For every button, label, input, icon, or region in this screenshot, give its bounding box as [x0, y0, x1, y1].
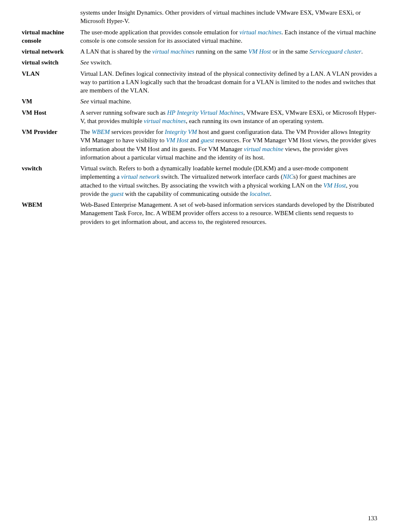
glossary-text: See [80, 59, 89, 66]
glossary-text: or in the same [271, 48, 309, 55]
glossary-text: See [80, 98, 89, 105]
glossary-text: virtual machine. [89, 98, 131, 105]
glossary-entry: systems under Insight Dynamics. Other pr… [22, 8, 377, 26]
glossary-text: A server running software such as [80, 109, 167, 116]
glossary-entry: virtual networkA LAN that is shared by t… [22, 47, 377, 56]
glossary-entry: WBEMWeb-Based Enterprise Management. A s… [22, 200, 377, 226]
glossary-term: vswitch [22, 164, 80, 172]
glossary-definition: The WBEM services provider for Integrity… [80, 128, 377, 162]
glossary-link[interactable]: Serviceguard cluster [309, 48, 361, 55]
glossary-text: switch. The virtualized network interfac… [160, 173, 283, 180]
glossary-text: and [189, 137, 201, 144]
glossary-definition: Virtual LAN. Defines logical connectivit… [80, 69, 377, 95]
glossary-link[interactable]: guest [201, 137, 214, 144]
glossary-entry: virtual switchSee vswitch. [22, 58, 377, 67]
glossary-definition: systems under Insight Dynamics. Other pr… [80, 8, 377, 26]
glossary-entry: VM HostA server running software such as… [22, 108, 377, 126]
glossary-link[interactable]: virtual network [121, 173, 159, 180]
glossary-link[interactable]: virtual machine [244, 146, 284, 152]
glossary-text: running on the same [194, 48, 248, 55]
glossary-link[interactable]: VM Host [248, 48, 271, 55]
glossary-entry: virtual machine consoleThe user-mode app… [22, 28, 377, 45]
glossary-content: systems under Insight Dynamics. Other pr… [0, 0, 399, 226]
glossary-link[interactable]: VM Host [323, 182, 346, 189]
glossary-term: VM Provider [22, 128, 80, 136]
glossary-link[interactable]: guest [110, 190, 124, 197]
glossary-text: vswitch. [89, 59, 112, 66]
glossary-term: virtual network [22, 47, 80, 56]
glossary-term: VM [22, 97, 80, 105]
glossary-link[interactable]: VM Host [166, 137, 189, 144]
glossary-entry: vswitchVirtual switch. Refers to both a … [22, 164, 377, 198]
glossary-text: services provider for [110, 129, 165, 135]
glossary-text: A LAN that is shared by the [80, 48, 152, 55]
glossary-definition: A server running software such as HP Int… [80, 108, 377, 126]
glossary-term: WBEM [22, 200, 80, 209]
glossary-definition: See vswitch. [80, 58, 377, 67]
glossary-link[interactable]: virtual machines [144, 118, 186, 124]
glossary-text: The user-mode application that provides … [80, 29, 239, 36]
glossary-text: systems under Insight Dynamics. Other pr… [80, 9, 361, 24]
glossary-link[interactable]: NIC [283, 173, 293, 180]
glossary-link[interactable]: WBEM [92, 129, 110, 135]
glossary-definition: Virtual switch. Refers to both a dynamic… [80, 164, 377, 198]
glossary-term: virtual machine console [22, 28, 80, 45]
glossary-entry: VM ProviderThe WBEM services provider fo… [22, 128, 377, 162]
glossary-link[interactable]: localnet [250, 190, 270, 197]
glossary-text: The [80, 129, 92, 135]
glossary-link[interactable]: virtual machines [152, 48, 194, 55]
glossary-text: , each running its own instance of an op… [186, 118, 324, 124]
page-number: 133 [368, 515, 378, 522]
glossary-term: VLAN [22, 69, 80, 78]
glossary-definition: A LAN that is shared by the virtual mach… [80, 47, 377, 56]
glossary-entry: VLANVirtual LAN. Defines logical connect… [22, 69, 377, 95]
glossary-entry: VMSee virtual machine. [22, 97, 377, 105]
glossary-term: VM Host [22, 108, 80, 117]
glossary-text: Virtual LAN. Defines logical connectivit… [80, 70, 377, 94]
glossary-term: virtual switch [22, 58, 80, 67]
glossary-text: . [270, 190, 271, 197]
glossary-link[interactable]: Integrity VM [165, 129, 197, 135]
glossary-definition: Web-Based Enterprise Management. A set o… [80, 200, 377, 226]
glossary-text: with the capability of communicating out… [123, 190, 250, 197]
glossary-link[interactable]: HP Integrity Virtual Machines [167, 109, 243, 116]
glossary-link[interactable]: virtual machines [239, 29, 281, 36]
glossary-definition: See virtual machine. [80, 97, 377, 105]
glossary-text: Web-Based Enterprise Management. A set o… [80, 201, 374, 225]
glossary-definition: The user-mode application that provides … [80, 28, 377, 45]
glossary-text: . [361, 48, 363, 55]
